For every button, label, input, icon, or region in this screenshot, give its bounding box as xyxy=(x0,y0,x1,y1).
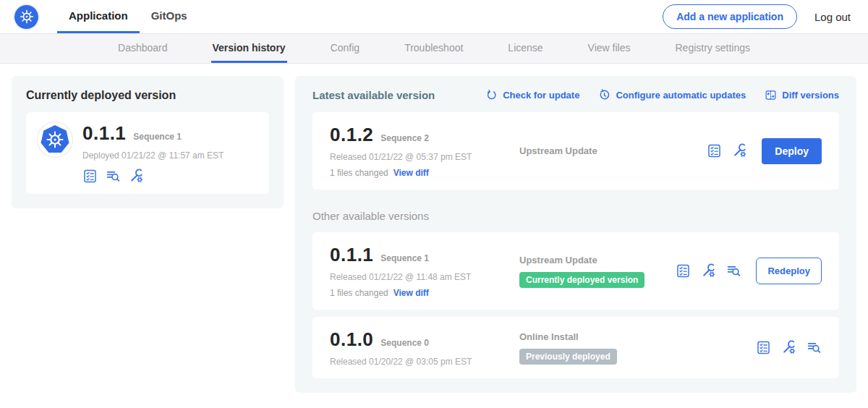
kubernetes-wheel-icon xyxy=(14,5,38,29)
tab-application-label: Application xyxy=(69,9,128,22)
released-timestamp: Released 01/20/22 @ 03:05 pm EST xyxy=(330,357,519,367)
version-source-label: Upstream Update xyxy=(519,255,676,265)
view-logs-icon[interactable] xyxy=(807,340,822,355)
version-number: 0.1.1 xyxy=(330,244,373,266)
version-number: 0.1.0 xyxy=(330,328,373,351)
currently-deployed-panel: Currently deployed version 0.1.1 Sequenc… xyxy=(12,76,284,208)
previously-deployed-badge: Previously deployed xyxy=(519,349,617,365)
config-wrench-icon[interactable] xyxy=(781,340,796,355)
configure-automatic-updates-link[interactable]: Configure automatic updates xyxy=(598,89,746,101)
view-diff-link[interactable]: View diff xyxy=(393,168,429,178)
sequence-label: Sequence 1 xyxy=(380,253,429,263)
subnav-item-view-files[interactable]: View files xyxy=(587,34,632,63)
version-source-label: Online Install xyxy=(519,331,756,342)
tab-gitops-label: GitOps xyxy=(151,9,187,22)
diff-versions-link[interactable]: Diff versions xyxy=(765,89,839,101)
action-label: Configure automatic updates xyxy=(616,90,746,101)
subnav-item-troubleshoot[interactable]: Troubleshoot xyxy=(403,34,464,63)
logout-button[interactable]: Log out xyxy=(814,11,851,23)
deploy-button[interactable]: Deploy xyxy=(762,138,822,164)
subnav-label: Troubleshoot xyxy=(404,42,463,54)
tab-application[interactable]: Application xyxy=(57,0,140,33)
version-card-0-1-0: 0.1.0 Sequence 0 Released 01/20/22 @ 03:… xyxy=(312,317,839,378)
subnav-item-config[interactable]: Config xyxy=(329,34,361,63)
files-changed-label: 1 files changed xyxy=(330,168,388,178)
currently-deployed-badge: Currently deployed version xyxy=(519,272,644,288)
config-wrench-icon[interactable] xyxy=(129,169,144,184)
deployed-sequence-label: Sequence 1 xyxy=(133,132,182,142)
view-logs-icon[interactable] xyxy=(726,263,741,279)
redeploy-button[interactable]: Redeploy xyxy=(756,258,822,284)
subnav-label: View files xyxy=(588,42,631,54)
available-versions-panel: Latest available version Check for updat… xyxy=(295,76,856,393)
brand-logo[interactable] xyxy=(14,0,38,33)
preflight-checklist-icon[interactable] xyxy=(756,340,771,355)
version-history-page: Currently deployed version 0.1.1 Sequenc… xyxy=(0,64,868,405)
deployed-version-number: 0.1.1 xyxy=(82,122,126,145)
refresh-icon xyxy=(485,89,498,101)
released-timestamp: Released 01/21/22 @ 05:37 pm EST xyxy=(330,152,519,162)
preflight-checklist-icon[interactable] xyxy=(82,169,98,184)
top-tabs: Application GitOps xyxy=(57,0,199,33)
subnav-item-license[interactable]: License xyxy=(506,34,544,63)
view-logs-icon[interactable] xyxy=(106,169,121,184)
app-subnav: Dashboard Version history Config Trouble… xyxy=(0,33,868,64)
deployed-version-card: 0.1.1 Sequence 1 Deployed 01/21/22 @ 11:… xyxy=(26,112,269,194)
schedule-update-icon xyxy=(598,89,610,101)
subnav-label: Dashboard xyxy=(118,42,168,54)
config-wrench-icon[interactable] xyxy=(701,263,716,279)
subnav-label: Config xyxy=(331,42,359,54)
subnav-label: Version history xyxy=(213,42,286,54)
version-source-label: Upstream Update xyxy=(519,145,707,156)
preflight-checklist-icon[interactable] xyxy=(676,263,691,279)
other-versions-title: Other available versions xyxy=(312,210,839,222)
action-label: Check for update xyxy=(503,90,579,101)
view-diff-link[interactable]: View diff xyxy=(393,288,429,298)
released-timestamp: Released 01/21/22 @ 11:48 am EST xyxy=(330,272,519,282)
subnav-item-version-history[interactable]: Version history xyxy=(211,34,287,63)
app-kubernetes-logo xyxy=(38,122,72,157)
subnav-label: Registry settings xyxy=(676,42,750,54)
add-application-button[interactable]: Add a new application xyxy=(663,4,797,29)
version-number: 0.1.2 xyxy=(330,124,373,146)
sequence-label: Sequence 0 xyxy=(380,338,429,348)
check-for-update-link[interactable]: Check for update xyxy=(485,89,579,101)
preflight-checklist-icon[interactable] xyxy=(707,143,722,158)
config-wrench-icon[interactable] xyxy=(732,143,747,158)
subnav-item-dashboard[interactable]: Dashboard xyxy=(116,34,169,63)
sequence-label: Sequence 2 xyxy=(380,133,429,143)
files-changed-label: 1 files changed xyxy=(330,288,388,298)
topnav-spacer xyxy=(199,0,663,33)
tab-gitops[interactable]: GitOps xyxy=(140,0,199,33)
action-label: Diff versions xyxy=(782,90,839,101)
version-card-0-1-2: 0.1.2 Sequence 2 Released 01/21/22 @ 05:… xyxy=(312,112,839,190)
kubernetes-wheel-icon xyxy=(41,125,69,154)
version-card-0-1-1: 0.1.1 Sequence 1 Released 01/21/22 @ 11:… xyxy=(312,232,839,310)
deployed-timestamp: Deployed 01/21/22 @ 11:57 am EST xyxy=(82,150,224,161)
top-navbar: Application GitOps Add a new application… xyxy=(0,0,868,33)
latest-available-title: Latest available version xyxy=(312,89,435,101)
subnav-item-registry-settings[interactable]: Registry settings xyxy=(674,34,752,63)
diff-icon xyxy=(765,89,777,101)
deployed-panel-title: Currently deployed version xyxy=(26,89,269,102)
subnav-label: License xyxy=(508,42,542,54)
